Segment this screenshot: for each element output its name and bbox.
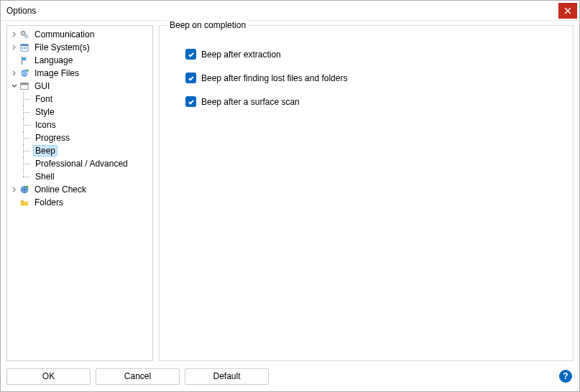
default-button[interactable]: Default [185, 368, 269, 385]
svg-rect-15 [21, 83, 29, 85]
options-dialog: Options CommunicationFile System(s)Langu… [0, 0, 580, 392]
tree-subitem[interactable]: Icons [22, 118, 152, 131]
checkbox-icon [185, 49, 196, 60]
svg-rect-7 [21, 45, 29, 47]
tree-subitem[interactable]: Font [22, 93, 152, 106]
tree-item-label: Beep [33, 145, 57, 157]
content-pane: Beep on completion Beep after extraction… [159, 25, 574, 361]
folder-icon [19, 197, 30, 208]
tree-item[interactable]: Image Files [9, 67, 152, 80]
window-title: Options [6, 6, 558, 16]
svg-point-19 [26, 186, 29, 189]
tree-item-label: Style [33, 107, 57, 117]
chevron-right-icon[interactable] [10, 30, 19, 39]
tree-subitem[interactable]: Professional / Advanced [22, 157, 152, 170]
globe-icon [19, 184, 30, 195]
tree-item-label: Communication [32, 29, 96, 39]
tree-item-label: File System(s) [32, 42, 92, 52]
beep-groupbox: Beep on completion Beep after extraction… [159, 25, 574, 361]
svg-rect-8 [22, 47, 24, 49]
flag-icon [19, 55, 30, 66]
titlebar: Options [1, 1, 579, 21]
tree-item-label: GUI [32, 81, 52, 91]
tree-item[interactable]: File System(s) [9, 41, 152, 54]
tree-item-label: Folders [32, 197, 65, 207]
globe-refresh-icon [19, 67, 30, 79]
calendar-icon [19, 42, 30, 53]
tree-item-label: Shell [33, 172, 57, 182]
tree-item-label: Icons [33, 120, 58, 130]
groupbox-title: Beep on completion [167, 20, 249, 30]
help-button[interactable]: ? [559, 370, 572, 383]
chevron-down-icon[interactable] [10, 82, 19, 90]
tree-subitem[interactable]: Style [22, 106, 152, 118]
checkbox-0[interactable]: Beep after extraction [185, 49, 561, 60]
tree-item-label: Professional / Advanced [33, 159, 130, 169]
close-icon [564, 7, 571, 14]
window-icon [19, 80, 30, 92]
tree-subitem[interactable]: Progress [22, 131, 152, 144]
svg-point-12 [21, 70, 28, 77]
svg-point-3 [22, 32, 24, 34]
tree-item[interactable]: Communication [9, 28, 152, 41]
tree-item-label: Online Check [32, 185, 88, 195]
category-tree[interactable]: CommunicationFile System(s)LanguageImage… [6, 25, 153, 361]
checkbox-1[interactable]: Beep after finding lost files and folder… [185, 73, 561, 83]
tree-subitem[interactable]: Shell [22, 170, 152, 183]
chevron-right-icon[interactable] [10, 185, 19, 194]
cancel-button[interactable]: Cancel [96, 368, 180, 385]
tree-item[interactable]: Language [9, 54, 152, 67]
checkbox-2[interactable]: Beep after a surface scan [185, 96, 561, 107]
checkbox-icon [185, 73, 196, 83]
tree-subitem[interactable]: Beep [22, 144, 152, 157]
svg-rect-9 [24, 47, 25, 49]
tree-item-label: Progress [33, 133, 72, 143]
tree-item[interactable]: Folders [9, 196, 152, 209]
chevron-right-icon[interactable] [10, 69, 19, 78]
checkbox-label: Beep after a surface scan [201, 97, 300, 107]
tree-item[interactable]: GUI [9, 80, 152, 93]
tree-item-label: Font [33, 94, 55, 104]
svg-rect-10 [26, 47, 27, 49]
checkbox-icon [185, 96, 196, 107]
checkbox-label: Beep after finding lost files and folder… [201, 73, 347, 83]
dialog-footer: OK Cancel Default ? [1, 361, 579, 391]
tree-item[interactable]: Online Check [9, 183, 152, 196]
dialog-body: CommunicationFile System(s)LanguageImage… [1, 21, 579, 361]
svg-point-5 [26, 36, 27, 37]
tree-item-label: Image Files [32, 68, 81, 78]
checkbox-label: Beep after extraction [201, 50, 281, 60]
tree-item-label: Language [32, 55, 75, 65]
ok-button[interactable]: OK [6, 368, 91, 385]
close-button[interactable] [558, 3, 577, 19]
chevron-right-icon[interactable] [10, 43, 19, 52]
cogs-icon [19, 29, 30, 40]
